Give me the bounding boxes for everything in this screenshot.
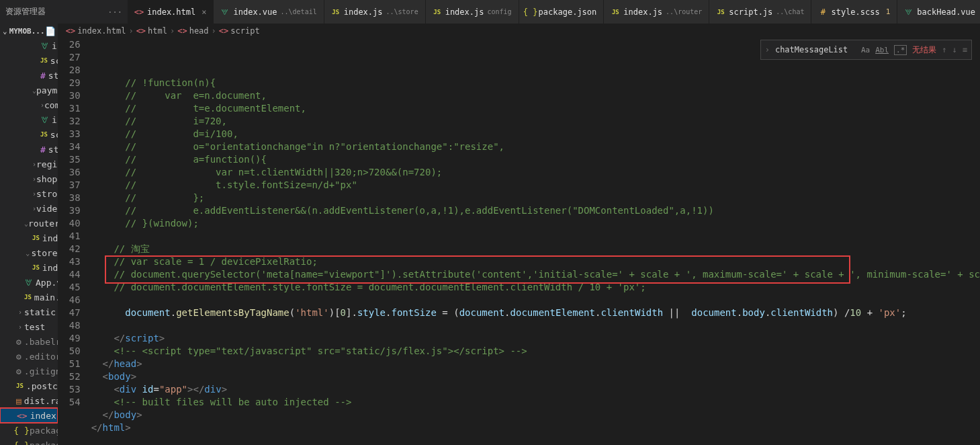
- json-icon: { }: [526, 7, 535, 17]
- breadcrumb-item[interactable]: <>head: [177, 26, 208, 36]
- tree-folder[interactable]: ⌄store: [0, 245, 58, 260]
- code-line[interactable]: // e.addEventListener&&(n.addEventListen…: [91, 204, 980, 217]
- tree-label: .babelrc: [24, 337, 58, 347]
- tree-label: register: [36, 159, 58, 169]
- code-line[interactable]: <div id="app"></div>: [91, 383, 980, 396]
- tab-sublabel: ..\store: [386, 8, 418, 15]
- tree-folder[interactable]: ›register: [0, 157, 58, 171]
- find-widget[interactable]: › chatMessageList Aa Abl .* 无结果 ↑ ↓ ≡: [760, 40, 972, 60]
- more-icon[interactable]: ···: [107, 7, 122, 17]
- tree-file[interactable]: <>index.html: [0, 408, 58, 423]
- tree-file[interactable]: ⩔index.vue: [0, 112, 58, 127]
- tree-folder[interactable]: ⌄router: [0, 216, 58, 231]
- tag-icon: <>: [177, 26, 187, 36]
- tree-file[interactable]: JSindex.js: [0, 231, 58, 245]
- tree-folder[interactable]: ›components: [0, 97, 58, 112]
- tree-file[interactable]: JS.postcssrc.js: [0, 378, 58, 393]
- project-row[interactable]: ⌄MYMOB... 📄 📁 ⟳ ⊟: [0, 24, 58, 38]
- chevron-icon: ⌄: [24, 249, 32, 257]
- tree-folder[interactable]: ›test: [0, 319, 58, 334]
- tree-file[interactable]: JSscript.js: [0, 53, 58, 68]
- styl-icon: #: [818, 7, 828, 17]
- tree-file[interactable]: JSindex.js: [0, 260, 58, 275]
- vue-icon: ⩔: [40, 115, 49, 125]
- tree-folder[interactable]: ›shoppingCart: [0, 171, 58, 186]
- prev-match-icon[interactable]: ↑: [942, 45, 946, 54]
- tree-folder[interactable]: ⌄payment: [0, 83, 58, 97]
- code-line[interactable]: // var e=n.document,: [91, 89, 980, 102]
- regex-icon[interactable]: .*: [894, 45, 907, 55]
- tree-folder[interactable]: ›strollAround: [0, 186, 58, 201]
- tab[interactable]: { } package.json: [519, 0, 605, 24]
- file-tree: ⩔index.vueJSscript.js#style.scss⌄payment…: [0, 38, 58, 445]
- selection-icon[interactable]: ≡: [963, 45, 967, 54]
- vue-icon: ⩔: [24, 278, 33, 288]
- new-file-icon[interactable]: 📄: [45, 26, 56, 36]
- code-line[interactable]: // var n=t.clientWidth||320;n>720&&(n=72…: [91, 166, 980, 179]
- next-match-icon[interactable]: ↓: [952, 45, 957, 54]
- whole-word-icon[interactable]: Abl: [875, 46, 889, 54]
- tree-file[interactable]: ▤dist.rar: [0, 393, 58, 408]
- search-input[interactable]: chatMessageList: [775, 45, 856, 54]
- code-line[interactable]: </head>: [91, 358, 980, 370]
- code-line[interactable]: // }(window);: [91, 217, 980, 230]
- tree-label: package-lock.json: [30, 426, 58, 436]
- code-line[interactable]: [91, 434, 980, 445]
- breadcrumb-item[interactable]: <>index.html: [66, 26, 126, 36]
- tab[interactable]: <> index.html ×: [128, 0, 214, 24]
- tab-label: style.scss: [831, 7, 879, 17]
- tab[interactable]: JS index.js ..\router: [604, 0, 709, 24]
- tree-file[interactable]: #style.scss: [0, 142, 58, 157]
- tree-file[interactable]: JSscript.js: [0, 127, 58, 142]
- tab[interactable]: ⩔ index.vue ..\detail: [214, 0, 324, 24]
- code-line[interactable]: // t=e.documentElement,: [91, 102, 980, 115]
- tab[interactable]: JS index.js ..\store: [324, 0, 426, 24]
- code-line[interactable]: <!-- <script type="text/javascript" src=…: [91, 345, 980, 358]
- code-line[interactable]: </html>: [91, 421, 980, 434]
- tree-file[interactable]: JSmain.js: [0, 290, 58, 305]
- tree-file[interactable]: { }package-lock.json: [0, 423, 58, 438]
- code-line[interactable]: // var scale = 1 / devicePixelRatio;: [91, 255, 980, 268]
- tab[interactable]: ⩔ backHead.vue: [897, 0, 980, 24]
- code-line[interactable]: // i=720,: [91, 115, 980, 128]
- code-line[interactable]: <!-- built files will be auto injected -…: [91, 396, 980, 409]
- breadcrumb-item[interactable]: <>script: [219, 26, 260, 36]
- code-line[interactable]: // d=i/100,: [91, 128, 980, 140]
- tree-file[interactable]: ⚙.babelrc: [0, 334, 58, 349]
- tree-file[interactable]: ⩔index.vue: [0, 38, 58, 53]
- tree-file[interactable]: ⩔App.vue: [0, 275, 58, 290]
- code-line[interactable]: <body>: [91, 370, 980, 383]
- code-content[interactable]: // !function(n){ // var e=n.document, //…: [91, 38, 980, 445]
- tab[interactable]: # style.scss 1: [811, 0, 897, 24]
- tab-bar: <> index.html ×⩔ index.vue ..\detail JS …: [128, 0, 980, 24]
- js-icon: JS: [16, 382, 24, 389]
- tree-file[interactable]: #style.scss: [0, 68, 58, 83]
- breadcrumb-item[interactable]: <>html: [136, 26, 167, 36]
- js-icon: JS: [32, 264, 40, 271]
- code-line[interactable]: // };: [91, 192, 980, 204]
- tab[interactable]: JS script.js ..\chat: [709, 0, 811, 24]
- tag-icon: <>: [219, 26, 228, 36]
- code-line[interactable]: </script>: [91, 332, 980, 345]
- code-line[interactable]: // o="orientationchange"in n?"orientatio…: [91, 140, 980, 153]
- code-line[interactable]: // a=function(){: [91, 153, 980, 166]
- code-line[interactable]: // document.documentElement.style.fontSi…: [91, 281, 980, 294]
- code-line[interactable]: </body>: [91, 409, 980, 421]
- tree-file[interactable]: ⚙.editorconfig: [0, 349, 58, 364]
- code-line[interactable]: document.getElementsByTagName('html')[0]…: [91, 307, 980, 319]
- tree-folder[interactable]: ›static: [0, 305, 58, 319]
- code-line[interactable]: [91, 230, 980, 243]
- code-line[interactable]: // !function(n){: [91, 77, 980, 89]
- code-line[interactable]: // 淘宝: [91, 243, 980, 255]
- code-line[interactable]: // t.style.fontSize=n/d+"px": [91, 179, 980, 192]
- tree-folder[interactable]: ›videos: [0, 201, 58, 216]
- close-icon[interactable]: ×: [202, 7, 206, 17]
- match-case-icon[interactable]: Aa: [861, 46, 870, 54]
- tab[interactable]: JS index.js config: [426, 0, 519, 24]
- tree-file[interactable]: { }package.json: [0, 438, 58, 445]
- code-line[interactable]: [91, 319, 980, 332]
- tree-file[interactable]: ⚙.gitignore: [0, 364, 58, 378]
- chevron-right-icon[interactable]: ›: [765, 45, 770, 54]
- code-line[interactable]: [91, 294, 980, 307]
- code-line[interactable]: // document.querySelector('meta[name="vi…: [91, 268, 980, 281]
